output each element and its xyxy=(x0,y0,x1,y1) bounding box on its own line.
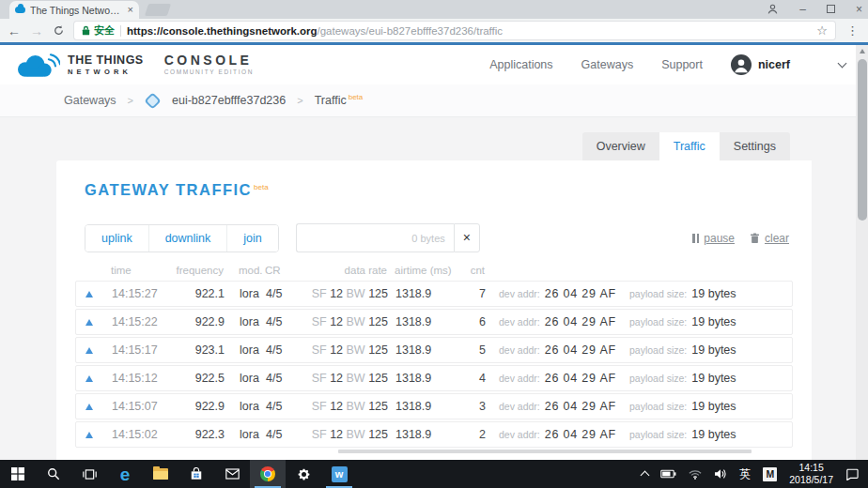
store-button[interactable] xyxy=(178,460,214,488)
task-view-icon xyxy=(83,468,97,480)
row-mod: lora xyxy=(225,428,266,441)
chevron-down-icon[interactable] xyxy=(838,59,847,69)
filter-uplink-button[interactable]: uplink xyxy=(85,225,148,252)
tab-settings[interactable]: Settings xyxy=(720,132,790,160)
row-data-rate: SF 12 BW 125 xyxy=(303,400,388,413)
table-row[interactable]: 14:15:22 922.9 lora 4/5 SF 12 BW 125 131… xyxy=(75,309,793,335)
secure-indicator[interactable]: 安全 xyxy=(82,23,115,38)
scrollbar-thumb[interactable] xyxy=(858,59,867,221)
row-cr: 4/5 xyxy=(266,428,303,441)
browser-menu-icon[interactable]: ⋮ xyxy=(845,23,860,38)
clear-button[interactable]: clear xyxy=(750,232,789,245)
nav-gateways[interactable]: Gateways xyxy=(581,58,634,71)
pause-icon xyxy=(692,234,699,243)
console-title: CONSOLE xyxy=(164,53,254,67)
table-row[interactable]: 14:15:07 922.9 lora 4/5 SF 12 BW 125 131… xyxy=(75,393,793,419)
file-explorer-button[interactable] xyxy=(143,460,178,488)
tab-traffic[interactable]: Traffic xyxy=(659,132,720,160)
tray-expand-icon[interactable] xyxy=(641,471,650,480)
settings-button[interactable] xyxy=(286,460,321,488)
battery-icon[interactable] xyxy=(660,469,676,479)
ime-language-indicator[interactable]: 英 xyxy=(739,466,751,482)
breadcrumb-gateways[interactable]: Gateways xyxy=(64,94,116,107)
row-time: 14:15:27 xyxy=(112,287,170,300)
uplink-arrow-icon xyxy=(85,347,93,354)
wps-app-button[interactable]: w xyxy=(321,460,357,488)
task-view-button[interactable] xyxy=(71,460,107,488)
scrollbar-up-icon[interactable] xyxy=(856,45,868,57)
address-bar[interactable]: 安全 https://console.thethingsnetwork.org/… xyxy=(74,22,835,39)
ttn-logo[interactable]: THE THINGS NETWORK CONSOLE COMMUNITY EDI… xyxy=(13,50,254,80)
table-row[interactable]: 14:15:02 922.3 lora 4/5 SF 12 BW 125 131… xyxy=(75,421,793,448)
pause-button[interactable]: pause xyxy=(692,232,735,245)
page-title: GATEWAY TRAFFIC xyxy=(85,181,252,198)
chrome-icon xyxy=(260,466,275,481)
tab-overview[interactable]: Overview xyxy=(582,132,659,160)
site-header: THE THINGS NETWORK CONSOLE COMMUNITY EDI… xyxy=(0,45,868,84)
back-button[interactable]: ← xyxy=(8,24,21,38)
user-menu[interactable]: nicerf xyxy=(731,54,790,75)
mail-button[interactable] xyxy=(214,460,250,488)
gear-icon xyxy=(297,467,311,481)
row-data-rate: SF 12 BW 125 xyxy=(303,372,388,385)
row-airtime: 1318.9 xyxy=(388,372,459,385)
row-frequency: 922.9 xyxy=(170,315,225,328)
uplink-arrow-icon xyxy=(85,404,93,410)
row-mod: lora xyxy=(225,372,266,385)
taskbar-clock[interactable]: 14:15 2018/5/17 xyxy=(789,462,833,486)
row-airtime: 1318.9 xyxy=(388,287,459,300)
filter-join-button[interactable]: join xyxy=(226,225,277,252)
uplink-arrow-icon xyxy=(85,319,93,326)
breadcrumb-gateway-id[interactable]: eui-b827ebfffe37d236 xyxy=(172,94,286,107)
speaker-icon[interactable] xyxy=(714,468,727,480)
page-title-row: GATEWAY TRAFFICbeta xyxy=(75,181,793,199)
wifi-icon[interactable] xyxy=(689,469,702,480)
nav-applications[interactable]: Applications xyxy=(489,58,552,71)
page-scrollbar[interactable] xyxy=(856,45,868,460)
chrome-button[interactable] xyxy=(250,460,286,488)
breadcrumb-traffic[interactable]: Trafficbeta xyxy=(315,93,364,107)
clear-filter-button[interactable]: × xyxy=(454,223,480,252)
stream-controls: pause clear xyxy=(692,232,793,245)
col-data-rate: data rate xyxy=(302,265,387,276)
minimize-button[interactable]: – xyxy=(799,4,806,15)
traffic-filter-input[interactable] xyxy=(296,223,454,252)
ime-mode-icon[interactable]: M xyxy=(763,467,777,481)
row-payload-size: payload size: 19 bytes xyxy=(629,343,736,357)
filter-downlink-button[interactable]: downlink xyxy=(148,225,227,252)
row-cnt: 5 xyxy=(459,343,486,357)
close-window-button[interactable]: × xyxy=(856,4,862,15)
browser-tab[interactable]: The Things Network C × xyxy=(9,1,139,19)
row-cr: 4/5 xyxy=(266,400,303,413)
col-cr: CR xyxy=(265,265,302,276)
taskbar-search-button[interactable] xyxy=(36,460,71,488)
store-bag-icon xyxy=(190,467,203,480)
row-cr: 4/5 xyxy=(266,315,303,328)
row-mod: lora xyxy=(225,400,266,413)
ttn-cloud-icon xyxy=(13,50,60,80)
nav-support[interactable]: Support xyxy=(661,58,703,71)
row-frequency: 922.9 xyxy=(170,400,225,413)
table-row[interactable]: 14:15:17 923.1 lora 4/5 SF 12 BW 125 131… xyxy=(75,337,793,363)
row-dev-addr: dev addr: 26 04 29 AF xyxy=(499,400,616,413)
edge-button[interactable]: e xyxy=(107,460,143,488)
bookmark-star-icon[interactable]: ☆ xyxy=(816,23,828,38)
clock-time: 14:15 xyxy=(789,462,833,474)
beta-badge: beta xyxy=(254,183,269,191)
maximize-button[interactable] xyxy=(827,5,835,13)
start-button[interactable] xyxy=(0,460,36,488)
action-center-icon[interactable] xyxy=(845,468,859,480)
taskbar-apps: e xyxy=(0,460,357,488)
breadcrumb-separator-icon: > xyxy=(128,95,133,106)
col-time: time xyxy=(111,265,169,276)
tab-close-icon[interactable]: × xyxy=(128,5,133,15)
profile-icon[interactable] xyxy=(767,3,779,15)
row-time: 14:15:07 xyxy=(112,400,170,413)
windows-logo-icon xyxy=(11,467,24,480)
table-row[interactable]: 14:15:12 922.5 lora 4/5 SF 12 BW 125 131… xyxy=(75,365,793,391)
table-row[interactable]: 14:15:27 922.1 lora 4/5 SF 12 BW 125 131… xyxy=(75,281,793,307)
refresh-icon[interactable] xyxy=(53,24,65,37)
breadcrumb: Gateways > eui-b827ebfffe37d236 > Traffi… xyxy=(0,84,868,117)
new-tab-button[interactable] xyxy=(145,4,171,16)
forward-button[interactable]: → xyxy=(30,24,43,38)
